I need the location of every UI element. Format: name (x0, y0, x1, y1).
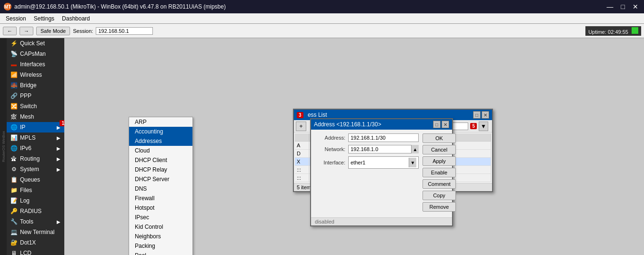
sidebar-item-tools[interactable]: 🔧 Tools ▶ (7, 216, 64, 227)
interfaces-icon: ▬ (10, 61, 17, 68)
sidebar-item-queues[interactable]: 📋 Queues (7, 174, 64, 185)
sidebar-item-dot1x[interactable]: 🔐 Dot1X (7, 237, 64, 248)
system-icon: ⚙ (10, 166, 17, 173)
submenu-item-firewall[interactable]: Firewall (129, 194, 192, 203)
sidebar-item-label: Dot1X (20, 239, 36, 246)
session-input[interactable] (96, 27, 153, 35)
find-dropdown-button[interactable]: ▼ (479, 122, 488, 131)
sidebar-item-switch[interactable]: 🔀 Switch (7, 101, 64, 112)
remove-button[interactable]: Remove (423, 202, 456, 212)
add-button[interactable]: + (296, 122, 306, 131)
addr-dialog-controls: □ ✕ (433, 121, 449, 128)
safe-mode-button[interactable]: Safe Mode (36, 27, 70, 35)
menu-dashboard[interactable]: Dashboard (58, 14, 94, 23)
sidebar-item-lcd[interactable]: 🖥 LCD (7, 248, 64, 255)
submenu-item-pool[interactable]: Pool (129, 251, 192, 255)
row-flag: ::: (295, 166, 309, 173)
interface-select[interactable]: ether1 ▼ (348, 156, 419, 169)
sidebar-item-label: Bridge (20, 82, 37, 89)
sidebar-item-label: MPLS (20, 134, 36, 141)
sidebar-item-capsman[interactable]: 📡 CAPsMan (7, 49, 64, 59)
switch-icon: 🔀 (10, 103, 17, 110)
forward-button[interactable]: → (20, 27, 33, 35)
sidebar-item-wireless[interactable]: 📶 Wireless (7, 70, 64, 80)
comment-button[interactable]: Comment (423, 179, 456, 189)
submenu-item-neighbors[interactable]: Neighbors (129, 232, 192, 241)
sidebar-item-ipv6[interactable]: 🌐 IPv6 ▶ (7, 143, 64, 153)
sidebar-item-mpls[interactable]: 📊 MPLS ▶ (7, 133, 64, 143)
sidebar-item-mesh[interactable]: 🕸 Mesh (7, 112, 64, 122)
badge-3: 3 (297, 112, 303, 118)
sidebar-item-system[interactable]: ⚙ System ▶ (7, 164, 64, 174)
col-flag (295, 133, 309, 141)
interface-dropdown-icon[interactable]: ▼ (409, 158, 416, 167)
mpls-icon: 📊 (10, 134, 17, 141)
sidebar-item-label: LCD (20, 250, 31, 255)
sidebar-item-bridge[interactable]: 🌉 Bridge (7, 80, 64, 91)
sidebar-item-log[interactable]: 📝 Log (7, 195, 64, 206)
apply-button[interactable]: Apply (423, 156, 456, 166)
sidebar-item-new-terminal[interactable]: 💻 New Terminal (7, 227, 64, 237)
sidebar-item-label: Mesh (20, 113, 34, 120)
addr-dialog-status: disabled (311, 217, 452, 225)
submenu-item-dhcp-relay[interactable]: DHCP Relay (129, 165, 192, 174)
sidebar-item-radius[interactable]: 🔑 RADIUS (7, 206, 64, 216)
network-label: Network: (315, 146, 348, 152)
addr-dialog-minimize-button[interactable]: □ (433, 121, 441, 128)
addr-dialog-buttons: OK Cancel Apply Enable Comment Copy Remo… (423, 133, 456, 212)
session-label: Session: (73, 28, 93, 34)
submenu-item-dhcp-client[interactable]: DHCP Client (129, 155, 192, 165)
routing-icon: 🛣 (10, 155, 17, 162)
network-arrow-button[interactable]: ▲ (411, 145, 419, 153)
address-field-row: Address: (315, 133, 419, 142)
addr-dialog-title: Address <192.168.1.1/30> (314, 121, 381, 128)
sidebar-item-label: Wireless (20, 71, 42, 78)
address-input[interactable] (348, 133, 419, 142)
sidebar-item-quick-set[interactable]: ⚡ Quick Set (7, 38, 64, 49)
toolbar: ← → Safe Mode Session: Uptime: 02:49:55 (0, 24, 644, 38)
submenu-item-arp[interactable]: ARP (129, 117, 192, 127)
app-icon: MT (4, 3, 11, 10)
submenu-item-cloud[interactable]: Cloud (129, 146, 192, 155)
cancel-button[interactable]: Cancel (423, 145, 456, 154)
menu-session[interactable]: Session (2, 14, 30, 23)
submenu-item-ipsec[interactable]: IPsec (129, 213, 192, 222)
mpls-arrow-icon: ▶ (57, 135, 60, 141)
addr-dialog-body: Address: Network: ▲ Interface: (311, 130, 452, 215)
copy-button[interactable]: Copy (423, 191, 456, 200)
submenu-item-kid-control[interactable]: Kid Control (129, 222, 192, 232)
row-flag: X (295, 158, 309, 165)
ipv6-icon: 🌐 (10, 145, 17, 152)
addr-list-minimize-button[interactable]: □ (473, 111, 481, 119)
submenu-item-packing[interactable]: Packing (129, 241, 192, 251)
sidebar-item-ip[interactable]: 🌐 IP ▶ 1 (7, 122, 64, 133)
network-input[interactable] (348, 145, 419, 153)
submenu-item-dns[interactable]: DNS (129, 184, 192, 194)
row-flag: ::: (295, 174, 309, 182)
addr-list-close-button[interactable]: ✕ (482, 111, 489, 119)
maximize-button[interactable]: □ (619, 3, 627, 10)
tools-arrow-icon: ▶ (57, 219, 60, 224)
interface-value: ether1 (351, 160, 365, 165)
submenu-item-dhcp-server[interactable]: DHCP Server (129, 174, 192, 184)
window-title: admin@192.168.50.1 (MikroTik) - WinBox (… (14, 3, 226, 10)
mesh-icon: 🕸 (10, 113, 17, 120)
sidebar-item-interfaces[interactable]: ▬ Interfaces (7, 59, 64, 70)
minimize-button[interactable]: — (605, 3, 615, 10)
sidebar-item-label: Queues (20, 176, 40, 183)
submenu-item-addresses[interactable]: Addresses (129, 136, 192, 146)
addr-dialog-close-button[interactable]: ✕ (442, 121, 449, 128)
sidebar-item-label: IPv6 (20, 145, 31, 152)
sidebar-item-routing[interactable]: 🛣 Routing ▶ (7, 153, 64, 164)
close-button[interactable]: ✕ (631, 3, 640, 10)
system-arrow-icon: ▶ (57, 167, 60, 172)
sidebar-item-files[interactable]: 📁 Files (7, 185, 64, 195)
menu-settings[interactable]: Settings (30, 14, 58, 23)
enable-button[interactable]: Enable (423, 168, 456, 177)
submenu-item-hotspot[interactable]: Hotspot (129, 203, 192, 213)
sidebar-item-ppp[interactable]: 🔗 PPP (7, 91, 64, 101)
submenu-item-accounting[interactable]: Accounting (129, 127, 192, 136)
ok-button[interactable]: OK (423, 133, 456, 143)
capsman-icon: 📡 (10, 51, 17, 57)
back-button[interactable]: ← (3, 27, 17, 35)
